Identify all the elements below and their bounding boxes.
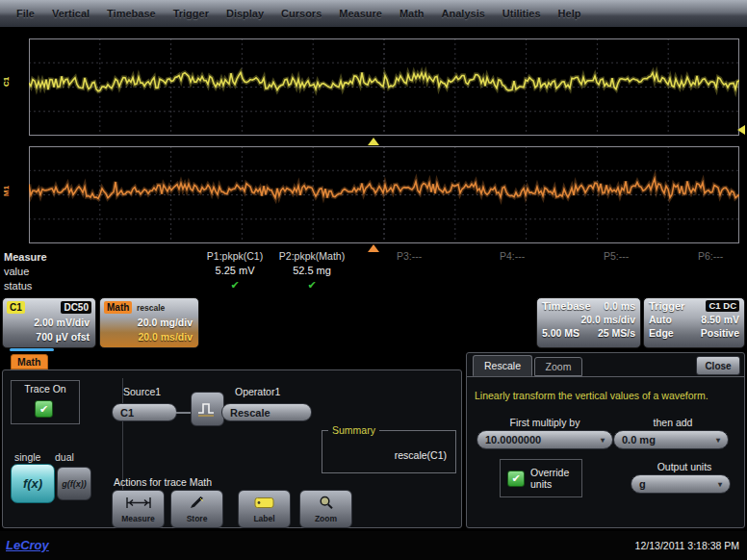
math-function-text: rescale [137,303,165,313]
status-bar: LeCroy 12/13/2011 3:18:38 PM [0,531,747,560]
c1-coupling-badge: DC50 [61,301,91,314]
store-icon [190,496,205,513]
source1-value: C1 [120,407,134,419]
measure-value [680,265,741,279]
zoom-button[interactable]: Zoom [299,490,352,528]
source1-label: Source1 [123,386,161,397]
timebase-rate: 25 MS/s [598,327,635,339]
menu-item-display[interactable]: Display [218,8,272,19]
active-trace-indicator [10,348,54,351]
waveform-area: C1 M1 [0,27,747,250]
measure-value [578,265,655,279]
menu-item-measure[interactable]: Measure [330,8,391,19]
menu-item-math[interactable]: Math [391,8,433,19]
measure-value [474,265,551,279]
measure-col-p5[interactable]: P5:--- [578,250,655,293]
measure-value: 52.5 mg [258,265,366,279]
trace-on-checkbox[interactable]: ✔ [35,400,53,418]
trace-on-group: Trace On ✔ [11,380,80,424]
spinner-caret-icon: ▾ [718,480,722,489]
math-timebase: 20.0 ms/div [138,331,193,343]
menu-bar: FileVerticalTimebaseTriggerDisplayCursor… [0,0,747,27]
math-axis-label: M1 [2,186,11,196]
waveform-pulse-icon [196,399,219,419]
measure-header: P4:--- [474,250,551,265]
grid-c1 [29,38,739,136]
trigger-level-marker[interactable] [737,125,745,135]
c1-chip: C1 [7,301,25,314]
timebase-descriptor[interactable]: Timebase 0.0 ms 20.0 ms/div 5.00 MS 25 M… [536,297,641,348]
oscilloscope-screen: FileVerticalTimebaseTriggerDisplayCursor… [0,0,747,560]
tab-zoom[interactable]: Zoom [534,357,582,376]
menu-item-analysis[interactable]: Analysis [433,8,494,19]
add-input[interactable]: 0.0 mg ▾ [613,430,729,449]
measure-header: P6:--- [680,250,741,265]
status-row-label: status [4,280,32,292]
menu-item-vertical[interactable]: Vertical [43,8,98,19]
menu-item-utilities[interactable]: Utilities [494,8,550,19]
check-icon: ✔ [39,404,48,415]
trigger-type: Edge [649,327,674,339]
timebase-scale: 20.0 ms/div [580,314,635,325]
measure-button[interactable]: Measure [112,490,165,528]
lecroy-logo[interactable]: LeCroy [6,538,49,552]
measure-status-icon [371,279,448,293]
override-units-label: Override units [530,467,577,490]
menu-item-timebase[interactable]: Timebase [98,8,165,19]
menu-item-cursors[interactable]: Cursors [272,8,330,19]
operator1-label: Operator1 [235,386,280,397]
spinner-caret-icon: ▾ [716,436,720,445]
label-button[interactable]: Label [238,490,291,528]
rescale-dialog: Rescale Zoom Close Linearly transform th… [466,352,745,528]
math-dialog: Math Trace On ✔ single dual f(x) g(f(x))… [2,369,462,528]
trigger-descriptor[interactable]: Trigger C1 DC Auto 8.50 mV Edge Positive [643,297,745,348]
trigger-mode: Auto [649,314,672,325]
c1-offset: 700 µV ofst [36,331,90,343]
measure-icon [125,496,152,513]
measure-value [371,265,448,279]
summary-label: Summary [328,424,379,436]
source1-select[interactable]: C1 [112,403,177,421]
trigger-position-marker-c1[interactable] [368,138,379,145]
operator1-select[interactable]: Rescale [221,403,312,421]
measure-header: P5:--- [578,250,655,265]
output-units-value: g [639,478,646,490]
multiply-label: First multiply by [477,417,613,428]
menu-item-help[interactable]: Help [550,8,590,19]
measure-status-icon: ✔ [258,279,366,293]
zoom-icon [319,496,334,513]
math-dialog-tab[interactable]: Math [11,354,48,369]
value-row-label: value [4,266,29,277]
single-label: single [14,451,40,463]
output-units-input[interactable]: g ▾ [631,474,731,494]
add-value: 0.0 mg [622,434,656,445]
connector-line [176,412,192,414]
spinner-caret-icon: ▾ [601,436,605,445]
operator-icon-button[interactable] [191,392,224,426]
close-button[interactable]: Close [696,356,740,375]
action-buttons: MeasureStoreLabelZoom [3,490,463,528]
output-units-label: Output units [631,461,738,472]
measure-col-p3[interactable]: P3:--- [371,250,448,293]
measure-col-p2[interactable]: P2:pkpk(Math)52.5 mg✔ [258,250,366,293]
check-icon: ✔ [511,473,520,484]
menu-item-file[interactable]: File [8,8,43,19]
multiply-input[interactable]: 10.0000000 ▾ [477,430,613,449]
measure-table: Measure value status P1:pkpk(C1)5.25 mV✔… [0,250,747,295]
grid-math [29,146,739,243]
measure-col-p4[interactable]: P4:--- [474,250,551,293]
measure-row-label: Measure [4,251,47,263]
c1-descriptor[interactable]: C1 DC50 2.00 mV/div 700 µV ofst [2,297,96,348]
tab-rescale[interactable]: Rescale [473,355,532,376]
trigger-slope: Positive [701,327,739,339]
measure-col-p6[interactable]: P6:--- [680,250,741,293]
timebase-title: Timebase [542,300,591,312]
timebase-offset: 0.0 ms [604,300,635,312]
override-units-checkbox[interactable]: ✔ [507,471,525,487]
measure-header: P2:pkpk(Math) [258,250,366,265]
menu-item-trigger[interactable]: Trigger [165,8,218,19]
c1-axis-label: C1 [2,77,11,87]
math-chip: Math [104,301,132,314]
store-button[interactable]: Store [170,490,223,528]
math-descriptor[interactable]: Math rescale 20.0 mg/div 20.0 ms/div [99,297,199,348]
